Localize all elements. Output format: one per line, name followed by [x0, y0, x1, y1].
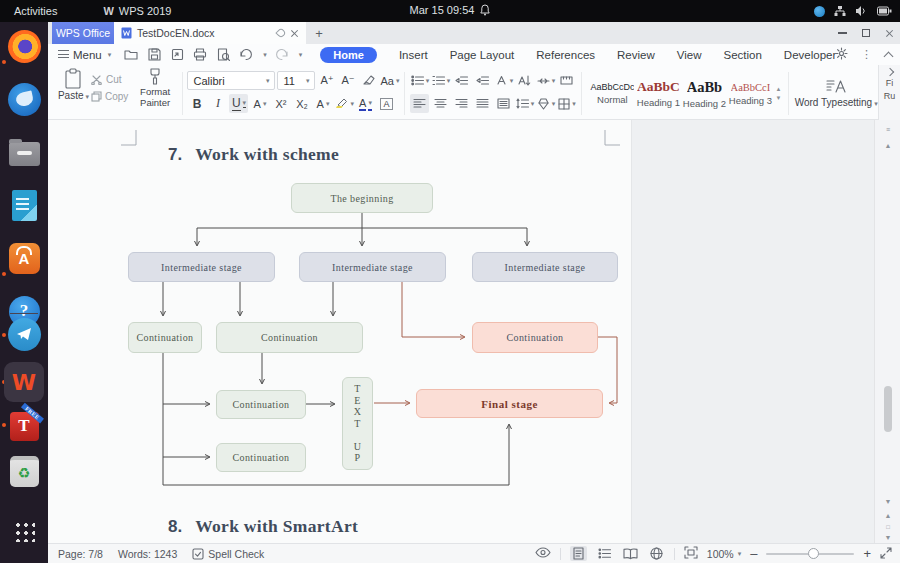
- distribute-button[interactable]: [494, 94, 513, 113]
- page-view-button[interactable]: [570, 546, 587, 561]
- shading-button[interactable]: ▾: [536, 94, 555, 113]
- style-heading-2[interactable]: AaBb Heading 2: [681, 68, 727, 119]
- book-view-button[interactable]: [622, 546, 639, 561]
- zoom-slider[interactable]: [766, 553, 854, 555]
- undo-icon[interactable]: [238, 47, 254, 63]
- tab-section[interactable]: Section: [724, 49, 762, 61]
- export-icon[interactable]: [169, 47, 185, 63]
- align-right-button[interactable]: [452, 94, 471, 113]
- font-color-button[interactable]: A▾: [356, 94, 375, 113]
- char-border-button[interactable]: A: [377, 94, 396, 113]
- collapsed-task-pane[interactable]: Fi Ru: [878, 65, 900, 120]
- style-normal[interactable]: AaBbCcDc Normal: [589, 68, 635, 119]
- spell-check-status[interactable]: Spell Check: [192, 548, 264, 560]
- increase-indent-button[interactable]: [473, 71, 492, 90]
- zoom-in-button[interactable]: +: [863, 546, 871, 561]
- fit-page-icon[interactable]: [684, 546, 698, 561]
- activities-button[interactable]: Activities: [14, 5, 57, 17]
- spacing-button[interactable]: ▾: [536, 71, 555, 90]
- flow-node-intermediate-2[interactable]: Intermediate stage: [299, 252, 446, 282]
- browse-object-icon[interactable]: □: [875, 524, 900, 530]
- cut-button[interactable]: Cut: [91, 74, 134, 85]
- dock-thunderbird-icon[interactable]: [7, 82, 41, 116]
- justify-button[interactable]: [473, 94, 492, 113]
- zoom-slider-handle[interactable]: [808, 548, 819, 559]
- flow-node-continuation-3[interactable]: Continuation: [216, 390, 306, 419]
- dock-trash-icon[interactable]: ♻: [7, 454, 41, 488]
- italic-button[interactable]: I: [208, 94, 227, 113]
- tab-insert[interactable]: Insert: [399, 49, 428, 61]
- increase-font-button[interactable]: A⁺: [317, 71, 336, 90]
- dock-show-apps-icon[interactable]: [7, 514, 41, 548]
- tab-developer[interactable]: Developer: [784, 49, 836, 61]
- flow-node-continuation-1[interactable]: Continuation: [128, 322, 202, 353]
- fullscreen-icon[interactable]: [880, 547, 892, 561]
- superscript-button[interactable]: X²: [271, 94, 290, 113]
- highlight-color-button[interactable]: ▾: [334, 94, 354, 113]
- dock-libreoffice-icon[interactable]: [7, 188, 41, 222]
- clear-format-button[interactable]: [359, 71, 378, 90]
- tab-review[interactable]: Review: [617, 49, 655, 61]
- char-scale-button[interactable]: A▾: [250, 94, 269, 113]
- page-setup-button[interactable]: [557, 71, 576, 90]
- flow-node-continuation-pink[interactable]: Continuation: [472, 322, 598, 353]
- redo-icon[interactable]: [274, 47, 290, 63]
- scroll-up-icon[interactable]: ▲: [875, 142, 900, 149]
- flow-node-intermediate-1[interactable]: Intermediate stage: [128, 252, 275, 282]
- tab-view[interactable]: View: [677, 49, 702, 61]
- flow-node-beginning[interactable]: The beginning: [291, 183, 433, 213]
- previous-page-icon[interactable]: ▲: [875, 512, 900, 519]
- underline-button[interactable]: U▾: [229, 94, 248, 113]
- dock-wps-icon[interactable]: W: [4, 362, 44, 402]
- settings-gear-icon[interactable]: [835, 47, 848, 62]
- flow-node-intermediate-3[interactable]: Intermediate stage: [472, 252, 618, 282]
- system-tray[interactable]: [814, 0, 892, 22]
- close-window-icon[interactable]: [885, 29, 894, 38]
- line-spacing-button[interactable]: ▾: [515, 94, 534, 113]
- dock-software-icon[interactable]: A: [7, 241, 41, 275]
- undo-dropdown-icon[interactable]: ▾: [263, 51, 267, 59]
- clock-text[interactable]: Mar 15 09:54: [410, 4, 475, 16]
- page-indicator[interactable]: Page: 7/8: [58, 548, 103, 560]
- wps-office-tab[interactable]: WPS Office: [52, 22, 114, 44]
- format-painter-button[interactable]: Format Painter: [134, 68, 177, 119]
- flow-node-continuation-4[interactable]: Continuation: [216, 443, 306, 472]
- maximize-icon[interactable]: [862, 29, 870, 37]
- change-case-button[interactable]: Aa▾: [380, 71, 399, 90]
- numbering-button[interactable]: ▾: [431, 71, 450, 90]
- flow-node-continuation-2[interactable]: Continuation: [216, 322, 363, 353]
- bullets-button[interactable]: ▾: [410, 71, 429, 90]
- tab-home[interactable]: Home: [320, 47, 377, 63]
- scroll-down-icon[interactable]: ▼: [875, 498, 900, 505]
- notification-bell-icon[interactable]: [480, 4, 490, 18]
- dock-telegram-icon[interactable]: [7, 317, 41, 351]
- print-preview-icon[interactable]: [215, 47, 231, 63]
- style-heading-3[interactable]: AaBbCcI Heading 3: [727, 68, 773, 119]
- zoom-out-button[interactable]: –: [750, 546, 757, 561]
- tab-page-layout[interactable]: Page Layout: [450, 49, 515, 61]
- font-name-select[interactable]: Calibri▾: [187, 71, 275, 90]
- web-view-button[interactable]: [648, 546, 665, 561]
- save-icon[interactable]: [146, 47, 162, 63]
- styles-scroll-down-icon[interactable]: ▼: [775, 95, 781, 101]
- word-typesetting-button[interactable]: Word Typesetting▾: [794, 68, 878, 119]
- styles-scroll-up-icon[interactable]: ▲: [775, 86, 781, 92]
- font-size-select[interactable]: 11▾: [277, 71, 315, 90]
- open-folder-icon[interactable]: [123, 47, 139, 63]
- new-tab-button[interactable]: +: [306, 22, 332, 44]
- zoom-level-select[interactable]: 100%▾: [707, 548, 741, 560]
- next-page-icon[interactable]: ▼: [875, 534, 900, 541]
- flow-node-final-stage[interactable]: Final stage: [416, 389, 603, 418]
- tab-references[interactable]: References: [536, 49, 595, 61]
- align-center-button[interactable]: [431, 94, 450, 113]
- sort-button[interactable]: [515, 71, 534, 90]
- vertical-scrollbar[interactable]: ≡ ▲ ▼ ▲ □ ▼: [874, 120, 900, 543]
- menu-button[interactable]: Menu ▾: [58, 49, 111, 61]
- collapse-ribbon-icon[interactable]: [884, 51, 894, 61]
- word-count[interactable]: Words: 1243: [118, 548, 177, 560]
- scrollbar-thumb[interactable]: [884, 386, 892, 432]
- dock-textmaker-icon[interactable]: TFREE: [7, 409, 41, 443]
- close-tab-icon[interactable]: [290, 29, 299, 38]
- style-heading-1[interactable]: AaBbC Heading 1: [635, 68, 681, 119]
- minimize-icon[interactable]: [838, 32, 847, 34]
